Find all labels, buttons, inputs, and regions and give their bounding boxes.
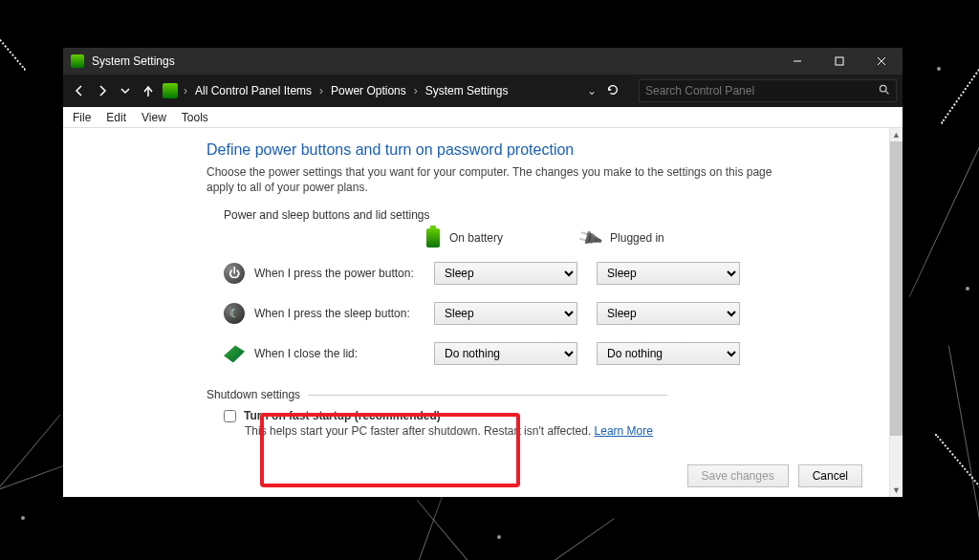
back-button[interactable]	[69, 80, 90, 101]
forward-button[interactable]	[92, 80, 113, 101]
breadcrumb-item[interactable]: All Control Panel Items	[191, 84, 315, 97]
column-on-battery: On battery	[426, 228, 503, 248]
close-lid-battery-select[interactable]: Do nothing	[434, 342, 577, 365]
control-panel-icon	[163, 83, 178, 98]
refresh-button[interactable]	[606, 83, 620, 99]
page-title: Define power buttons and turn on passwor…	[207, 141, 878, 159]
window-title: System Settings	[92, 54, 776, 68]
scrollbar-thumb[interactable]	[890, 141, 903, 436]
fast-startup-label[interactable]: Turn on fast startup (recommended)	[244, 409, 441, 422]
power-button-battery-select[interactable]: Sleep	[434, 262, 577, 285]
content-area: Define power buttons and turn on passwor…	[63, 128, 889, 497]
menu-view[interactable]: View	[141, 111, 166, 124]
search-box[interactable]	[639, 79, 897, 102]
cancel-button[interactable]: Cancel	[798, 464, 862, 487]
fast-startup-checkbox[interactable]	[224, 410, 236, 422]
battery-icon	[426, 228, 440, 248]
menu-bar: File Edit View Tools	[63, 107, 903, 128]
shutdown-settings-header: Shutdown settings	[207, 388, 300, 401]
sleep-icon: ☾	[224, 303, 245, 324]
section-power-sleep-label: Power and sleep buttons and lid settings	[224, 208, 878, 222]
titlebar[interactable]: System Settings	[63, 48, 903, 75]
chevron-right-icon: ›	[414, 84, 418, 97]
address-dropdown-button[interactable]: ⌄	[587, 84, 597, 97]
sleep-button-battery-select[interactable]: Sleep	[434, 302, 577, 325]
system-settings-window: System Settings › All Control Panel Item…	[63, 48, 903, 497]
svg-point-5	[880, 85, 886, 92]
breadcrumb-item[interactable]: System Settings	[422, 84, 512, 97]
scroll-down-icon[interactable]: ▼	[890, 484, 903, 497]
chevron-right-icon: ›	[184, 84, 187, 97]
menu-tools[interactable]: Tools	[182, 111, 208, 124]
explorer-navbar: › All Control Panel Items › Power Option…	[63, 75, 903, 107]
sleep-button-plugged-select[interactable]: Sleep	[597, 302, 740, 325]
app-icon	[71, 54, 84, 68]
menu-edit[interactable]: Edit	[106, 111, 126, 124]
breadcrumb-item[interactable]: Power Options	[327, 84, 410, 97]
vertical-scrollbar[interactable]: ▲ ▼	[889, 128, 903, 497]
maximize-button[interactable]	[818, 48, 860, 75]
row-sleep-button: ☾ When I press the sleep button:	[224, 303, 415, 324]
learn-more-link[interactable]: Learn More	[595, 424, 653, 438]
row-close-lid: When I close the lid:	[224, 345, 415, 362]
close-lid-plugged-select[interactable]: Do nothing	[597, 342, 740, 365]
chevron-right-icon: ›	[319, 84, 323, 97]
menu-file[interactable]: File	[73, 111, 91, 124]
save-changes-button[interactable]: Save changes	[687, 464, 789, 487]
svg-line-6	[885, 91, 888, 94]
search-icon[interactable]	[878, 83, 890, 98]
svg-rect-1	[836, 57, 843, 65]
page-description: Choose the power settings that you want …	[207, 164, 799, 195]
fast-startup-help: This helps start your PC faster after sh…	[245, 424, 878, 438]
power-button-plugged-select[interactable]: Sleep	[597, 262, 740, 285]
up-button[interactable]	[138, 80, 159, 101]
lid-icon	[224, 345, 245, 362]
scroll-up-icon[interactable]: ▲	[890, 128, 903, 141]
power-icon: ⏻	[224, 263, 245, 284]
plug-icon: 🔌	[576, 224, 604, 252]
search-input[interactable]	[645, 84, 878, 97]
minimize-button[interactable]	[776, 48, 818, 75]
recent-locations-button[interactable]	[115, 80, 136, 101]
column-plugged-in: 🔌 Plugged in	[579, 227, 664, 248]
close-button[interactable]	[860, 48, 903, 75]
row-power-button: ⏻ When I press the power button:	[224, 263, 415, 284]
divider	[308, 395, 667, 396]
